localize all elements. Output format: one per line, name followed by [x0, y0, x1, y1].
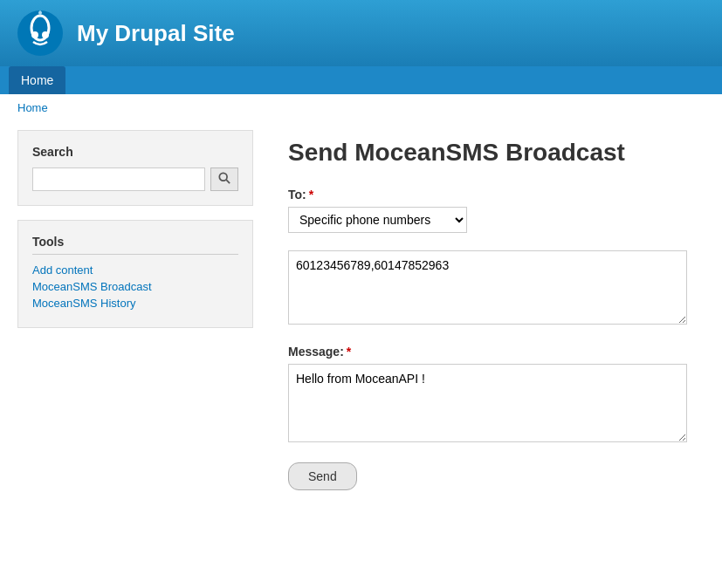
message-form-group: Message:*	[288, 345, 687, 445]
site-title: My Drupal Site	[77, 20, 235, 47]
svg-point-4	[219, 173, 227, 181]
main-content: Send MoceanSMS Broadcast To:* Specific p…	[271, 130, 705, 516]
send-group: Send	[288, 462, 687, 490]
tools-heading: Tools	[32, 235, 238, 255]
drupal-logo	[17, 10, 63, 56]
to-select[interactable]: Specific phone numbersAll usersRole	[288, 207, 467, 233]
message-label: Message:*	[288, 345, 687, 359]
search-button[interactable]	[210, 168, 238, 191]
breadcrumb: Home	[0, 94, 722, 121]
required-star: *	[309, 188, 313, 202]
site-header: My Drupal Site	[0, 0, 722, 66]
tools-link[interactable]: MoceanSMS History	[32, 297, 238, 310]
tools-block: Tools Add contentMoceanSMS BroadcastMoce…	[17, 220, 253, 328]
search-icon	[218, 172, 230, 184]
svg-line-5	[226, 180, 230, 183]
search-row	[32, 168, 238, 191]
to-form-group: To:* Specific phone numbersAll usersRole	[288, 188, 687, 233]
search-heading: Search	[32, 145, 238, 159]
phone-numbers-group	[288, 250, 687, 327]
svg-point-2	[31, 31, 38, 38]
svg-point-3	[42, 31, 49, 38]
nav-home[interactable]: Home	[9, 66, 65, 94]
search-input[interactable]	[32, 168, 205, 191]
tools-links: Add contentMoceanSMS BroadcastMoceanSMS …	[32, 263, 238, 310]
to-label: To:*	[288, 188, 687, 202]
navbar: Home	[0, 66, 722, 94]
search-block: Search	[17, 130, 253, 206]
phone-numbers-textarea[interactable]	[288, 250, 687, 325]
page-title: Send MoceanSMS Broadcast	[288, 139, 687, 167]
sidebar: Search Tools Add contentMoceanSMS Broadc…	[17, 130, 253, 516]
send-button[interactable]: Send	[288, 462, 357, 490]
tools-link[interactable]: MoceanSMS Broadcast	[32, 280, 238, 293]
page-layout: Search Tools Add contentMoceanSMS Broadc…	[0, 121, 722, 525]
message-textarea[interactable]	[288, 364, 687, 442]
tools-link[interactable]: Add content	[32, 263, 238, 277]
required-star-msg: *	[347, 345, 351, 359]
svg-point-0	[17, 10, 63, 56]
breadcrumb-home[interactable]: Home	[17, 101, 48, 114]
